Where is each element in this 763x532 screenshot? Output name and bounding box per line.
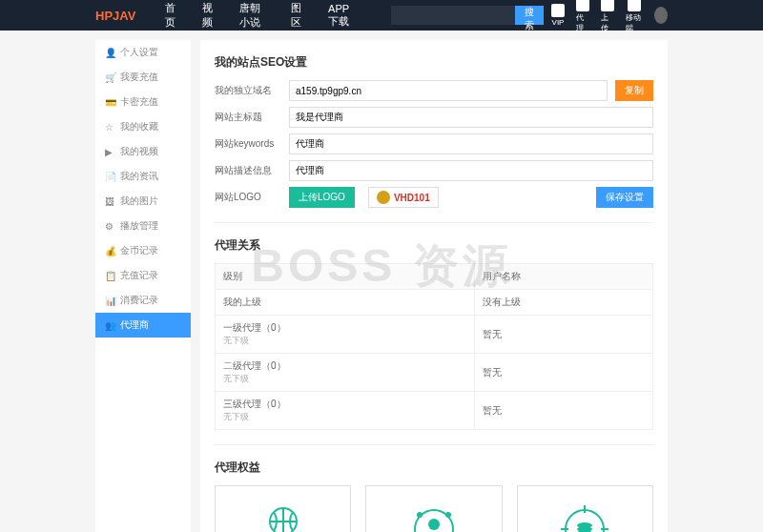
domain-label: 我的独立域名 [215,84,281,97]
header-right: VIP 代理 上传 移动端 [551,0,668,33]
sidebar-item-profile[interactable]: 👤个人设置 [95,40,191,65]
nav-app[interactable]: APP下载 [320,3,364,29]
table-header-level: 级别 [216,264,475,290]
benefit-domain: 独立域名 [215,485,351,532]
sidebar-item-consume[interactable]: 📊消费记录 [95,288,191,313]
mobile-icon[interactable]: 移动端 [626,0,643,33]
title-input[interactable] [289,107,653,128]
keywords-input[interactable] [289,133,653,154]
table-row: 三级代理（0）无下级暂无 [216,392,653,430]
avatar[interactable] [654,7,668,24]
search-box: 搜索 [391,6,544,25]
sidebar-item-recharge[interactable]: 🛒我要充值 [95,65,191,90]
relation-table: 级别用户名称 我的上级没有上级 一级代理（0）无下级暂无 二级代理（0）无下级暂… [215,263,653,430]
table-row: 二级代理（0）无下级暂无 [216,354,653,392]
target-coin-icon [556,501,613,532]
search-input[interactable] [391,6,515,25]
table-row: 我的上级没有上级 [216,290,653,316]
sidebar-item-news[interactable]: 📄我的资讯 [95,164,191,189]
sidebar-item-coin[interactable]: 💰金币记录 [95,238,191,263]
desc-input[interactable] [289,160,653,181]
header: HPJAV 首页 视频 唐朝小说 图区 APP下载 搜索 VIP 代理 上传 移… [0,0,763,31]
keywords-label: 网站keywords [215,137,281,151]
nav-image[interactable]: 图区 [283,1,313,30]
network-person-icon [405,501,463,532]
sidebar-item-card[interactable]: 💳卡密充值 [95,90,191,114]
title-label: 网站主标题 [215,111,281,124]
benefit-seo: 自定义站点SEO信息 [365,485,502,532]
vip-icon[interactable]: VIP [551,4,565,27]
svg-point-4 [445,512,451,518]
benefits-title: 代理权益 [215,460,653,476]
desc-label: 网站描述信息 [215,164,281,177]
upload-icon[interactable]: 上传 [601,0,614,33]
save-button[interactable]: 保存设置 [596,187,653,208]
nav-video[interactable]: 视频 [195,1,224,30]
sidebar-item-image[interactable]: 🖼我的图片 [95,189,191,214]
logo[interactable]: HPJAV [95,9,135,23]
nav-novel[interactable]: 唐朝小说 [232,1,276,30]
search-button[interactable]: 搜索 [515,6,544,25]
upload-logo-button[interactable]: 上传LOGO [289,187,355,208]
logo-label: 网站LOGO [215,191,281,204]
copy-button[interactable]: 复制 [615,80,653,101]
table-row: 一级代理（0）无下级暂无 [216,316,653,354]
agent-icon[interactable]: 代理 [576,0,589,33]
benefit-income: 无限收益 [517,485,653,532]
benefits-row: 独立域名 自定义站点SEO信息 无限收益 [215,485,653,532]
relation-title: 代理关系 [215,237,653,254]
globe-hand-icon [255,501,312,532]
logo-preview: VHD101 [368,187,439,208]
main-content: 我的站点SEO设置 我的独立域名 复制 网站主标题 网站keywords 网站描… [200,40,668,532]
sidebar-item-agent[interactable]: 👥代理商 [95,313,191,338]
svg-point-2 [428,519,440,530]
sidebar-item-recharge-log[interactable]: 📋充值记录 [95,263,191,288]
domain-input[interactable] [289,80,608,101]
sidebar-item-favorite[interactable]: ☆我的收藏 [95,114,191,139]
sidebar: 👤个人设置 🛒我要充值 💳卡密充值 ☆我的收藏 ▶我的视频 📄我的资讯 🖼我的图… [95,40,191,532]
table-header-name: 用户名称 [474,264,652,290]
sidebar-item-video[interactable]: ▶我的视频 [95,139,191,164]
svg-point-3 [417,512,423,518]
nav-home[interactable]: 首页 [157,1,187,30]
sidebar-item-play[interactable]: ⚙播放管理 [95,214,191,238]
seo-title: 我的站点SEO设置 [215,54,653,71]
